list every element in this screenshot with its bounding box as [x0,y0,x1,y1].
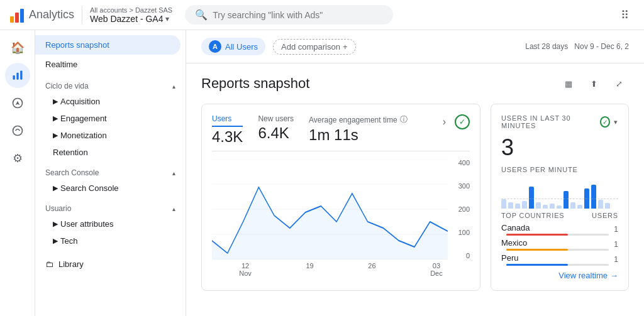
date-range-label: Last 28 days [525,42,568,51]
acquisition-expand-icon: ▶ [53,97,58,106]
library-label: Library [58,259,84,269]
sidebar-label-realtime: Realtime [45,60,77,69]
canada-bar-wrap [506,234,609,236]
breadcrumb-property: Web Dazzet - GA4 [90,14,163,24]
line-chart [212,159,448,259]
mexico-data: Mexico [501,238,614,251]
breadcrumb-chevron-icon: ▾ [165,14,169,23]
metric-users: Users 4.3K [212,114,243,146]
mini-bar-5 [529,187,534,209]
mini-bar-10 [564,191,569,209]
sidebar-section-search-console[interactable]: Search Console ▴ [35,161,186,180]
canada-bar [506,234,568,236]
all-users-badge[interactable]: A All Users [201,38,265,55]
monetization-label: Monetization [60,131,107,140]
sidebar-item-search-console[interactable]: ▶ Search Console [35,180,180,197]
mini-bar-8 [550,204,555,209]
all-users-dot: A [209,40,221,53]
nav-explore-button[interactable] [5,90,30,116]
y-label-0: 0 [451,252,470,259]
view-realtime-link[interactable]: View realtime → [501,271,618,280]
sidebar-item-engagement[interactable]: ▶ Engagement [35,110,180,127]
metric-users-label: Users [212,114,243,127]
y-label-100: 100 [451,229,470,236]
y-label-300: 300 [451,182,470,190]
sidebar-item-reports-snapshot[interactable]: Reports snapshot [35,35,180,55]
search-console-section-label: Search Console [45,168,99,177]
metric-engagement-value: 1m 11s [309,126,408,144]
peru-bar [506,264,568,266]
tech-expand-icon: ▶ [53,237,58,245]
user-attributes-label: User attributes [60,219,114,229]
sidebar-item-user-attributes[interactable]: ▶ User attributes [35,215,180,232]
search-input-wrap[interactable]: 🔍 [185,5,392,25]
canada-data: Canada [501,223,614,236]
sidebar-section-usuario[interactable]: Usuario ▴ [35,197,186,215]
expand-action-button[interactable]: ⤢ [609,74,629,94]
y-label-400: 400 [451,159,470,166]
view-realtime-arrow-icon: → [610,271,618,280]
sidebar: Reports snapshot Realtime Ciclo de vida … [35,30,186,316]
app-title: Analytics [29,8,74,21]
search-console-chevron-icon: ▴ [172,170,175,177]
search-input[interactable] [213,10,382,20]
breadcrumb-title[interactable]: Web Dazzet - GA4 ▾ [90,14,172,24]
breadcrumb-path: All accounts > Dazzet SAS [90,6,172,14]
monetization-expand-icon: ▶ [53,131,58,139]
mexico-val: 1 [614,240,618,249]
mexico-name: Mexico [501,238,614,248]
share-action-button[interactable]: ⬆ [584,74,604,94]
logo-bar-red [15,13,19,23]
apps-grid-icon[interactable]: ⠿ [616,3,634,27]
metric-new-users-label: New users [258,114,294,123]
metric-users-value: 4.3K [212,128,243,146]
mini-bar-1 [501,199,506,209]
add-comparison-button[interactable]: Add comparison + [273,39,356,55]
nav-home-button[interactable]: 🏠 [5,35,30,60]
country-row-peru: Peru 1 [501,253,618,266]
sidebar-label-reports-snapshot: Reports snapshot [45,40,109,50]
svg-point-5 [13,126,22,136]
app-header: Analytics All accounts > Dazzet SAS Web … [0,0,644,30]
realtime-user-count: 3 [501,134,618,161]
add-comparison-label: Add comparison [281,42,340,52]
main-chart-card: Users 4.3K New users 6.4K Average engage… [201,104,480,291]
users-col-label: USERS [592,212,618,219]
nav-settings-button[interactable]: ⚙ [5,146,30,171]
realtime-dropdown-icon[interactable]: ▾ [614,118,618,126]
content-area: A All Users Add comparison + Last 28 day… [186,30,644,316]
metrics-arrow-next[interactable]: › [439,115,450,129]
realtime-check-icon: ✓ [600,116,610,128]
x-label-19: 19 [306,262,313,277]
peru-bar-wrap [506,264,609,266]
svg-marker-4 [15,101,19,106]
logo-bar-blue [20,9,24,23]
mini-bar-9 [557,205,562,209]
mini-bar-3 [515,204,520,209]
sidebar-item-tech[interactable]: ▶ Tech [35,232,180,249]
metric-new-users: New users 6.4K [258,114,294,142]
chart-action-button[interactable]: ▦ [558,74,579,94]
sidebar-item-realtime[interactable]: Realtime [35,55,180,74]
nav-reports-button[interactable] [5,63,30,88]
sidebar-item-retention[interactable]: Retention [35,144,180,161]
sidebar-item-acquisition[interactable]: ▶ Acquisition [35,93,180,110]
sidebar-item-monetization[interactable]: ▶ Monetization Monetization [35,127,180,144]
sidebar-section-lifecycle[interactable]: Ciclo de vida ▴ [35,74,186,93]
x-label-26: 26 [368,262,375,277]
view-realtime-label: View realtime [558,271,608,280]
content-body: Reports snapshot ▦ ⬆ ⤢ Users 4.3K [186,63,644,316]
content-actions: ▦ ⬆ ⤢ [558,74,629,94]
realtime-title-label: USERS IN LAST 30 MINUTES [501,114,596,129]
chart-area: 400 300 200 100 0 [212,159,470,259]
sidebar-item-library[interactable]: 🗀 Library [35,254,186,274]
logo-bar-yellow [10,16,14,23]
lifecycle-chevron-icon: ▴ [172,83,175,90]
per-minute-avg-line [501,199,618,199]
mini-bar-4 [522,201,527,209]
lifecycle-label: Ciclo de vida [45,82,89,90]
peru-data: Peru [501,253,614,266]
breadcrumb-nav: All accounts > Dazzet SAS Web Dazzet - G… [90,6,172,24]
engagement-label: Engagement [60,114,107,123]
nav-advertising-button[interactable] [5,118,30,143]
